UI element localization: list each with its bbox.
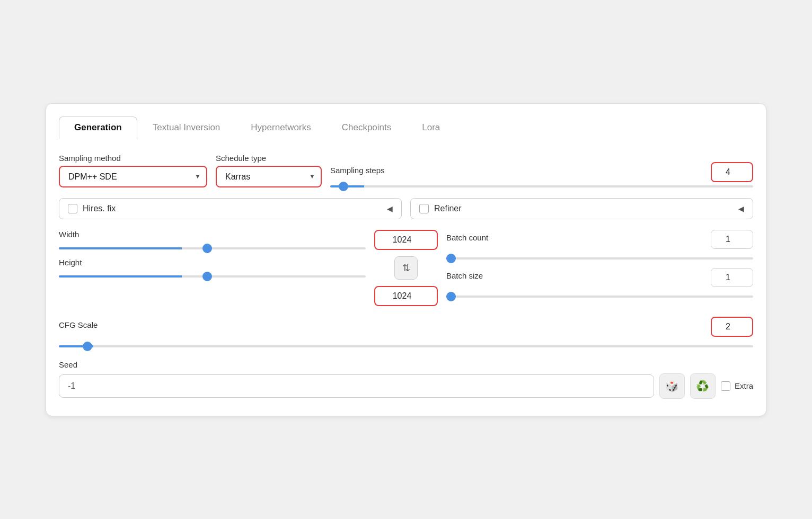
seed-section: Seed 🎲 ♻️ Extra (59, 360, 753, 399)
dimensions-left: Width Height (59, 230, 366, 306)
batch-count-slider[interactable] (446, 257, 753, 260)
sampling-method-select[interactable]: DPM++ SDE Euler Euler a DDIM DPM++ 2M (59, 166, 207, 187)
sampling-method-label: Sampling method (59, 154, 207, 163)
hires-fix-label: Hires. fix (83, 204, 116, 213)
width-group: Width (59, 230, 366, 252)
batch-size-slider[interactable] (446, 296, 753, 298)
hires-fix-collapse-icon[interactable]: ◀ (387, 204, 393, 213)
batch-size-label: Batch size (446, 271, 483, 280)
toggles-row: Hires. fix ◀ Refiner ◀ (59, 198, 753, 219)
tab-generation[interactable]: Generation (59, 117, 137, 139)
sampling-method-group: Sampling method DPM++ SDE Euler Euler a … (59, 154, 207, 187)
extra-row: Extra (721, 381, 753, 391)
sampling-method-wrapper: DPM++ SDE Euler Euler a DDIM DPM++ 2M ▼ (59, 166, 207, 187)
extra-label: Extra (735, 381, 753, 390)
tab-hypernetworks[interactable]: Hypernetworks (235, 117, 326, 139)
tabs-bar: Generation Textual Inversion Hypernetwor… (59, 117, 753, 139)
swap-dimensions-button[interactable]: ⇅ (394, 256, 418, 280)
sampling-steps-group: Sampling steps (330, 162, 753, 187)
seed-input[interactable] (59, 374, 654, 398)
dimensions-section: Width Height ⇅ Batch count (59, 230, 753, 306)
sampling-steps-slider[interactable] (330, 185, 753, 187)
dimensions-right: Batch count Batch size (446, 230, 753, 306)
schedule-type-wrapper: Karras Exponential Polyexponential SGM U… (216, 166, 322, 187)
dice-icon: 🎲 (665, 380, 678, 392)
sampling-steps-input[interactable] (711, 162, 753, 182)
width-label: Width (59, 230, 366, 239)
tab-textual-inversion[interactable]: Textual Inversion (137, 117, 236, 139)
cfg-section: CFG Scale (59, 317, 753, 350)
batch-size-input[interactable] (711, 268, 753, 287)
width-slider[interactable] (59, 247, 366, 249)
main-panel: Generation Textual Inversion Hypernetwor… (46, 103, 766, 416)
batch-count-label: Batch count (446, 233, 488, 242)
recycle-seed-button[interactable]: ♻️ (690, 373, 716, 399)
schedule-type-label: Schedule type (216, 154, 322, 163)
dimensions-center: ⇅ (374, 230, 438, 306)
sampling-steps-label: Sampling steps (330, 166, 385, 175)
refiner-checkbox[interactable] (419, 204, 429, 213)
recycle-icon: ♻️ (696, 380, 709, 392)
hires-fix-checkbox[interactable] (68, 204, 77, 213)
cfg-scale-slider[interactable] (59, 345, 753, 347)
batch-size-group: Batch size (446, 268, 753, 300)
height-slider[interactable] (59, 275, 366, 278)
height-label: Height (59, 258, 366, 267)
height-group: Height (59, 258, 366, 280)
batch-count-input[interactable] (711, 230, 753, 249)
tab-lora[interactable]: Lora (407, 117, 455, 139)
refiner-box[interactable]: Refiner ◀ (410, 198, 753, 219)
batch-count-group: Batch count (446, 230, 753, 262)
hires-fix-box[interactable]: Hires. fix ◀ (59, 198, 402, 219)
extra-checkbox[interactable] (721, 381, 730, 391)
tab-checkpoints[interactable]: Checkpoints (326, 117, 407, 139)
height-input[interactable] (374, 286, 438, 306)
refiner-label: Refiner (434, 204, 462, 213)
sampling-row: Sampling method DPM++ SDE Euler Euler a … (59, 154, 753, 187)
cfg-scale-label: CFG Scale (59, 320, 98, 329)
seed-row: 🎲 ♻️ Extra (59, 373, 753, 399)
schedule-type-select[interactable]: Karras Exponential Polyexponential SGM U… (216, 166, 322, 187)
cfg-scale-input[interactable] (711, 317, 753, 337)
randomize-seed-button[interactable]: 🎲 (659, 373, 685, 399)
schedule-type-group: Schedule type Karras Exponential Polyexp… (216, 154, 322, 187)
swap-icon: ⇅ (402, 262, 410, 274)
refiner-collapse-icon[interactable]: ◀ (738, 204, 744, 213)
width-input[interactable] (374, 230, 438, 250)
seed-label: Seed (59, 360, 753, 369)
